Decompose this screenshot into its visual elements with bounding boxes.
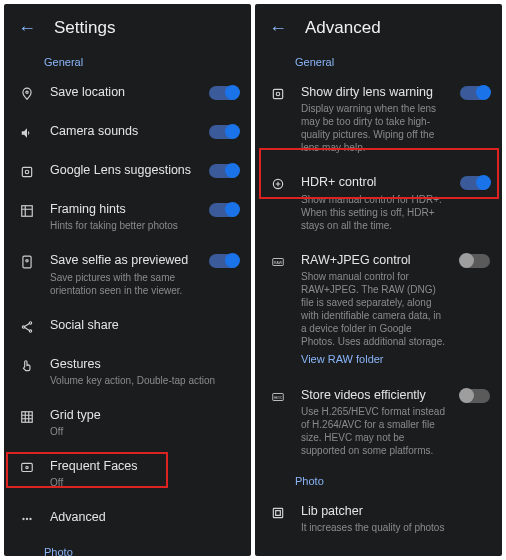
row-dirty-lens[interactable]: Show dirty lens warning Display warning … [255, 74, 502, 164]
label: Lib patcher [301, 503, 490, 519]
row-framing-hints[interactable]: Framing hints Hints for taking better ph… [4, 191, 251, 242]
sub: Save pictures with the same orientation … [50, 271, 195, 297]
sub: Show manual control for RAW+JPEG. The RA… [301, 270, 446, 348]
hevc-icon: HEVC [269, 388, 287, 406]
location-icon [18, 85, 36, 103]
toggle[interactable] [209, 254, 239, 268]
sub: Hints for taking better photos [50, 219, 195, 232]
label: Store videos efficiently [301, 387, 446, 403]
svg-point-8 [29, 329, 31, 331]
toggle[interactable] [209, 164, 239, 178]
svg-point-5 [26, 260, 28, 262]
label: Grid type [50, 407, 239, 423]
view-raw-link[interactable]: View RAW folder [301, 353, 384, 365]
sub: Show manual control for HDR+. When this … [301, 193, 446, 232]
toggle[interactable] [460, 176, 490, 190]
settings-panel: ← Settings General Save location Camera … [4, 4, 251, 556]
row-save-location[interactable]: Save location [4, 74, 251, 113]
grid-icon [18, 408, 36, 426]
label: Advanced [50, 509, 239, 525]
label: Save selfie as previewed [50, 252, 195, 268]
svg-text:HEVC: HEVC [274, 396, 282, 400]
gesture-icon [18, 357, 36, 375]
toggle[interactable] [460, 389, 490, 403]
header: ← Advanced [255, 4, 502, 48]
framing-icon [18, 202, 36, 220]
svg-rect-17 [273, 89, 282, 98]
sub: Off [50, 425, 239, 438]
sub: It increases the quality of photos [301, 521, 490, 534]
label: Camera sounds [50, 123, 195, 139]
awb-icon [269, 555, 287, 556]
row-advanced[interactable]: Advanced [4, 499, 251, 538]
toggle[interactable] [460, 254, 490, 268]
header: ← Settings [4, 4, 251, 48]
row-hdr-control[interactable]: HDR+ control Show manual control for HDR… [255, 164, 502, 241]
sub: Volume key action, Double-tap action [50, 374, 239, 387]
row-gestures[interactable]: Gestures Volume key action, Double-tap a… [4, 346, 251, 397]
svg-point-0 [26, 91, 28, 93]
label: Pixel AWB in HDR+ Enhanced [301, 554, 490, 556]
label: Social share [50, 317, 239, 333]
sub: Use H.265/HEVC format instead of H.264/A… [301, 405, 446, 457]
section-general: General [4, 48, 251, 74]
row-grid-type[interactable]: Grid type Off [4, 397, 251, 448]
lens-icon [18, 163, 36, 181]
row-frequent-faces[interactable]: Frequent Faces Off [4, 448, 251, 499]
row-camera-sounds[interactable]: Camera sounds [4, 113, 251, 152]
row-raw-jpeg[interactable]: RAW RAW+JPEG control Show manual control… [255, 242, 502, 377]
label: HDR+ control [301, 174, 446, 190]
section-photo: Photo [4, 538, 251, 556]
toggle[interactable] [209, 125, 239, 139]
selfie-icon [18, 253, 36, 271]
row-save-selfie[interactable]: Save selfie as previewed Save pictures w… [4, 242, 251, 306]
svg-rect-10 [22, 463, 33, 471]
toggle[interactable] [209, 86, 239, 100]
label: Frequent Faces [50, 458, 239, 474]
sound-icon [18, 124, 36, 142]
section-general: General [255, 48, 502, 74]
label: Google Lens suggestions [50, 162, 195, 178]
svg-point-2 [25, 170, 29, 174]
sub: Off [50, 476, 239, 489]
advanced-panel: ← Advanced General Show dirty lens warni… [255, 4, 502, 556]
svg-rect-9 [22, 412, 33, 423]
row-store-video[interactable]: HEVC Store videos efficiently Use H.265/… [255, 377, 502, 467]
page-title: Advanced [305, 18, 381, 38]
svg-text:RAW: RAW [274, 260, 283, 264]
label: Gestures [50, 356, 239, 372]
toggle[interactable] [209, 203, 239, 217]
sub: Display warning when the lens may be too… [301, 102, 446, 154]
more-icon [18, 510, 36, 528]
svg-point-14 [29, 518, 31, 520]
row-pixel-awb[interactable]: Pixel AWB in HDR+ Enhanced IMX586 [255, 544, 502, 556]
svg-point-6 [29, 321, 31, 323]
faces-icon [18, 459, 36, 477]
lens-warning-icon [269, 85, 287, 103]
label: Show dirty lens warning [301, 84, 446, 100]
svg-point-13 [26, 518, 28, 520]
back-arrow-icon[interactable]: ← [269, 19, 287, 37]
back-arrow-icon[interactable]: ← [18, 19, 36, 37]
raw-icon: RAW [269, 253, 287, 271]
row-lib-patcher[interactable]: Lib patcher It increases the quality of … [255, 493, 502, 544]
row-social-share[interactable]: Social share [4, 307, 251, 346]
svg-point-12 [22, 518, 24, 520]
svg-rect-1 [22, 167, 31, 176]
hdr-icon [269, 175, 287, 193]
page-title: Settings [54, 18, 115, 38]
patcher-icon [269, 504, 287, 522]
svg-point-11 [26, 466, 28, 468]
svg-point-7 [22, 325, 24, 327]
label: RAW+JPEG control [301, 252, 446, 268]
section-photo: Photo [255, 467, 502, 493]
svg-rect-3 [22, 206, 33, 217]
label: Framing hints [50, 201, 195, 217]
svg-rect-24 [273, 508, 282, 517]
share-icon [18, 318, 36, 336]
label: Save location [50, 84, 195, 100]
toggle[interactable] [460, 86, 490, 100]
row-google-lens[interactable]: Google Lens suggestions [4, 152, 251, 191]
svg-point-18 [276, 92, 280, 96]
